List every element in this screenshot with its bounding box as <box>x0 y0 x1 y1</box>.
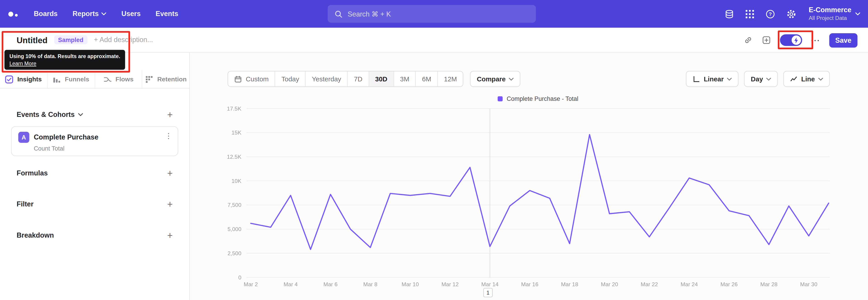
events-cohorts-header[interactable]: Events & Cohorts + <box>0 109 189 121</box>
linear-axis-icon <box>692 75 700 83</box>
logo-dot-large <box>8 11 13 16</box>
tab-insights-label: Insights <box>18 76 42 83</box>
x-tick-label: Mar 10 <box>402 281 419 287</box>
x-tick-label: Mar 4 <box>283 281 298 287</box>
formulas-header[interactable]: Formulas + <box>0 167 189 180</box>
granularity-label: Day <box>751 75 763 83</box>
add-description-field[interactable]: + Add description... <box>94 36 153 43</box>
report-type-tabs: Insights Funnels Flows Retention <box>0 70 189 89</box>
chart-legend[interactable]: Complete Purchase - Total <box>246 95 830 102</box>
sampled-badge[interactable]: Sampled <box>54 35 88 44</box>
compare-button[interactable]: Compare <box>470 71 521 87</box>
x-tick-label: Mar 18 <box>561 281 578 287</box>
tab-flows-label: Flows <box>116 76 133 83</box>
tab-insights[interactable]: Insights <box>0 70 47 88</box>
nav-boards[interactable]: Boards <box>34 10 57 18</box>
svg-text:?: ? <box>769 11 772 17</box>
sampling-tooltip-text: Using 10% of data. Results are approxima… <box>9 53 120 60</box>
x-tick-label: Mar 12 <box>441 281 459 287</box>
chart-type-select[interactable]: Line <box>783 71 830 87</box>
chevron-down-icon <box>818 77 823 81</box>
report-title[interactable]: Untitled <box>17 35 48 45</box>
chevron-down-icon <box>101 12 106 16</box>
event-letter-badge: A <box>18 132 29 143</box>
tab-flows[interactable]: Flows <box>94 70 142 88</box>
y-tick-label: 10K <box>231 178 241 184</box>
y-tick-label: 17.5K <box>227 106 242 112</box>
share-link-icon[interactable] <box>743 35 753 45</box>
granularity-select[interactable]: Day <box>744 71 778 87</box>
range-30d[interactable]: 30D <box>368 71 393 86</box>
filter-header[interactable]: Filter + <box>0 198 189 210</box>
learn-more-link[interactable]: Learn More <box>9 60 36 67</box>
x-tick-label: Mar 14 <box>481 281 498 287</box>
nav-utilities: ? E-Commerce All Project Data <box>724 0 860 28</box>
chevron-down-icon <box>727 77 732 81</box>
breakdown-label: Breakdown <box>17 232 54 239</box>
range-custom[interactable]: Custom <box>228 71 275 86</box>
mixpanel-logo[interactable] <box>8 11 18 16</box>
range-7d[interactable]: 7D <box>347 71 368 86</box>
data-line <box>251 134 829 249</box>
tab-retention[interactable]: Retention <box>142 70 189 88</box>
range-6m[interactable]: 6M <box>415 71 437 86</box>
add-formula-button[interactable]: + <box>167 169 173 178</box>
x-tick-label: Mar 16 <box>521 281 538 287</box>
insights-icon <box>5 75 13 83</box>
y-tick-label: 15K <box>231 129 241 136</box>
nav-reports[interactable]: Reports <box>72 10 106 18</box>
x-tick-label: Mar 24 <box>681 281 698 287</box>
range-3m[interactable]: 3M <box>393 71 415 86</box>
chevron-down-icon <box>855 12 860 16</box>
add-event-button[interactable]: + <box>167 110 173 119</box>
date-toolbar: Custom Today Yesterday 7D 30D 3M 6M 12M … <box>228 71 521 87</box>
breakdown-header[interactable]: Breakdown + <box>0 229 189 241</box>
axis-scale-select[interactable]: Linear <box>686 71 739 87</box>
more-options-button[interactable]: ··· <box>811 36 820 44</box>
y-tick-label: 2,500 <box>228 250 241 257</box>
toggle-knob <box>792 35 801 45</box>
data-management-icon[interactable] <box>724 8 735 19</box>
legend-swatch <box>498 96 503 101</box>
project-name: All Project Data <box>809 15 851 22</box>
line-chart-plot[interactable]: 02,5005,0007,50010K12.5K15K17.5KMar 2Mar… <box>190 106 868 291</box>
chart-page-number[interactable]: 1 <box>483 288 493 297</box>
event-metric-select[interactable]: Count Total <box>34 145 64 152</box>
nav-events[interactable]: Events <box>156 10 178 18</box>
formulas-label: Formulas <box>17 169 48 177</box>
help-icon[interactable]: ? <box>765 8 776 19</box>
tab-funnels-label: Funnels <box>65 76 89 83</box>
line-chart-icon <box>790 75 798 83</box>
range-today[interactable]: Today <box>275 71 305 86</box>
range-custom-label: Custom <box>246 75 269 83</box>
search-input[interactable]: Search ⌘ + K <box>328 5 536 23</box>
tab-funnels[interactable]: Funnels <box>47 70 94 88</box>
chevron-down-icon <box>766 77 771 81</box>
add-to-board-icon[interactable] <box>762 35 771 45</box>
event-menu-button[interactable]: ⋮ <box>165 132 172 140</box>
org-name: E-Commerce <box>809 6 851 15</box>
add-filter-button[interactable]: + <box>167 200 173 209</box>
search-icon <box>334 10 343 18</box>
app-window: Boards Reports Users Events Search ⌘ + K… <box>0 0 868 300</box>
funnels-icon <box>53 75 61 83</box>
add-breakdown-button[interactable]: + <box>167 231 173 240</box>
x-tick-label: Mar 22 <box>641 281 658 287</box>
range-yesterday[interactable]: Yesterday <box>305 71 347 86</box>
apps-grid-icon[interactable] <box>745 9 754 19</box>
nav-users[interactable]: Users <box>121 10 141 18</box>
report-header: Untitled Sampled + Add description... ··… <box>0 28 868 53</box>
x-tick-label: Mar 8 <box>363 281 377 287</box>
save-button[interactable]: Save <box>829 33 857 48</box>
report-title-group: Untitled Sampled + Add description... <box>17 35 153 45</box>
event-card[interactable]: A Complete Purchase Count Total ⋮ <box>11 126 178 156</box>
range-12m[interactable]: 12M <box>437 71 463 86</box>
axis-scale-label: Linear <box>704 75 723 83</box>
search-placeholder: Search ⌘ + K <box>348 10 391 18</box>
event-name[interactable]: Complete Purchase <box>34 133 98 141</box>
y-tick-label: 5,000 <box>228 226 241 232</box>
gear-icon[interactable] <box>786 8 797 19</box>
sampling-toggle[interactable] <box>780 34 802 46</box>
project-switcher[interactable]: E-Commerce All Project Data <box>809 6 860 22</box>
y-tick-label: 0 <box>238 274 241 280</box>
